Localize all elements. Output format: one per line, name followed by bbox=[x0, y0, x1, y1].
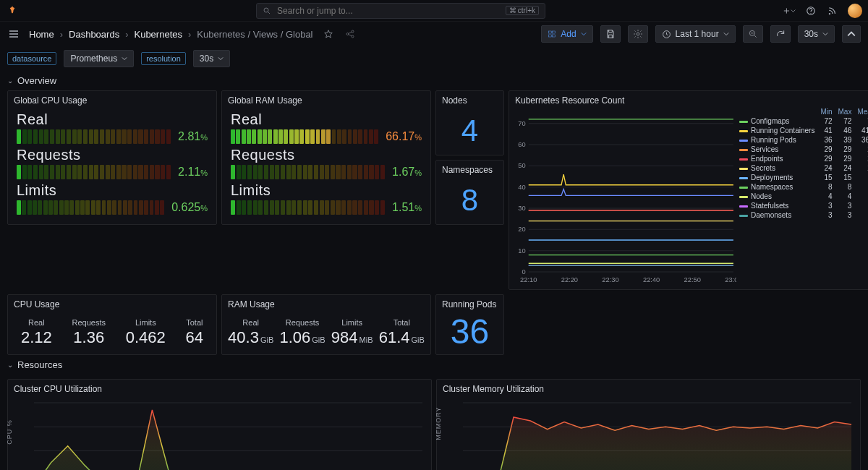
panel-running-pods: Running Pods 36 bbox=[435, 294, 504, 355]
gauge-value: 2.11% bbox=[178, 166, 208, 179]
panel-title: Cluster CPU Utilization bbox=[8, 380, 431, 396]
menu-toggle-icon[interactable] bbox=[7, 27, 20, 40]
stat-label: Requests bbox=[72, 318, 106, 327]
y-axis-label: MEMORY bbox=[435, 406, 442, 440]
stat-value: 64 bbox=[186, 328, 203, 347]
stat-label: Total bbox=[186, 318, 203, 327]
row-resources-toggle[interactable]: ⌄Resources bbox=[0, 355, 868, 375]
stat-label: Real bbox=[21, 318, 52, 327]
svg-line-16 bbox=[754, 35, 756, 38]
svg-line-1 bbox=[268, 12, 271, 14]
svg-text:23:00: 23:00 bbox=[725, 276, 736, 283]
panel-title: Nodes bbox=[436, 91, 503, 107]
panel-title: Kubernetes Resource Count bbox=[509, 91, 868, 107]
row-overview-toggle[interactable]: ⌄Overview bbox=[0, 71, 868, 90]
svg-rect-10 bbox=[549, 35, 552, 37]
stat-value: 40.3GiB bbox=[228, 328, 273, 347]
gauge-label: Limits bbox=[17, 182, 208, 199]
svg-point-12 bbox=[637, 33, 639, 35]
svg-text:30: 30 bbox=[518, 205, 525, 212]
gauge-bar bbox=[231, 165, 385, 179]
stat-value: 0.462 bbox=[126, 328, 166, 347]
svg-text:22:40: 22:40 bbox=[643, 276, 660, 283]
global-search-input[interactable] bbox=[276, 5, 506, 17]
svg-text:50: 50 bbox=[518, 162, 525, 169]
gauge-bar bbox=[17, 165, 171, 179]
svg-text:22:50: 22:50 bbox=[684, 276, 701, 283]
svg-rect-9 bbox=[553, 31, 556, 33]
add-panel-button[interactable]: Add bbox=[541, 25, 592, 43]
y-axis-label: CPU % bbox=[6, 419, 13, 445]
add-menu-icon[interactable] bbox=[783, 4, 796, 17]
gauge-label: Real bbox=[17, 111, 208, 128]
crumb-dashboards[interactable]: Dashboards bbox=[69, 29, 119, 40]
breadcrumb: Home› Dashboards› Kubernetes› Kubernetes… bbox=[29, 29, 313, 40]
global-search[interactable]: ⌘ ctrl+k bbox=[256, 3, 545, 19]
gauge-bar bbox=[231, 200, 385, 215]
panel-cluster-cpu: Cluster CPU Utilization CPU %2.00%4.00%6… bbox=[7, 379, 432, 470]
stat-value: 984MiB bbox=[331, 328, 373, 347]
crumb-folder[interactable]: Kubernetes bbox=[134, 29, 182, 40]
svg-point-0 bbox=[264, 8, 268, 12]
panel-title: Cluster Memory Utilization bbox=[437, 380, 860, 396]
gauge-value: 2.81% bbox=[178, 130, 208, 143]
time-range-button[interactable]: Last 1 hour bbox=[655, 25, 736, 43]
svg-text:20: 20 bbox=[518, 226, 525, 233]
svg-text:10: 10 bbox=[518, 247, 525, 255]
gauge-label: Real bbox=[231, 111, 422, 128]
svg-text:70: 70 bbox=[518, 120, 525, 127]
save-dashboard-button[interactable] bbox=[600, 25, 621, 43]
panel-cluster-mem: Cluster Memory Utilization MEMORY60%62%6… bbox=[436, 379, 861, 470]
gauge-bar bbox=[17, 200, 164, 215]
svg-point-3 bbox=[810, 12, 811, 13]
panel-title: CPU Usage bbox=[8, 295, 216, 311]
stat-value: 1.36 bbox=[72, 328, 106, 347]
refresh-button[interactable] bbox=[770, 25, 791, 43]
gauge-label: Requests bbox=[231, 147, 422, 163]
panel-title: RAM Usage bbox=[222, 295, 430, 311]
stat-label: Real bbox=[228, 318, 273, 327]
grafana-logo[interactable] bbox=[6, 4, 19, 17]
svg-point-6 bbox=[352, 30, 354, 33]
svg-point-7 bbox=[352, 35, 354, 38]
crumb-home[interactable]: Home bbox=[29, 29, 54, 40]
svg-text:60: 60 bbox=[518, 141, 525, 148]
help-icon[interactable] bbox=[804, 4, 817, 17]
stat-nodes-value: 4 bbox=[436, 107, 503, 155]
dashboard-settings-button[interactable] bbox=[628, 25, 648, 43]
crumb-current: Kubernetes / Views / Global bbox=[197, 29, 312, 40]
stat-value: 2.12 bbox=[21, 328, 52, 347]
panel-ram-usage: RAM Usage Real40.3GiB Requests1.06GiB Li… bbox=[221, 294, 431, 355]
var-datasource-select[interactable]: Prometheus bbox=[64, 50, 134, 67]
svg-point-5 bbox=[346, 33, 349, 35]
svg-text:22:20: 22:20 bbox=[561, 276, 578, 283]
stat-label: Limits bbox=[331, 318, 373, 327]
panel-title: Global RAM Usage bbox=[222, 91, 430, 107]
gauge-label: Requests bbox=[17, 147, 208, 163]
refresh-interval-button[interactable]: 30s bbox=[798, 25, 835, 43]
panel-global-cpu: Global CPU Usage Real 2.81% Requests 2.1… bbox=[7, 90, 217, 225]
panel-title: Namespaces bbox=[436, 161, 503, 176]
stat-label: Total bbox=[379, 318, 425, 327]
panel-nodes: Nodes 4 bbox=[435, 90, 504, 155]
stat-label: Requests bbox=[279, 318, 325, 327]
gauge-bar bbox=[231, 129, 378, 144]
panel-title: Running Pods bbox=[436, 295, 503, 311]
share-icon[interactable] bbox=[344, 27, 357, 40]
gauge-value: 1.67% bbox=[392, 166, 422, 179]
svg-text:0: 0 bbox=[522, 268, 525, 275]
panel-title: Global CPU Usage bbox=[8, 91, 216, 107]
zoom-out-button[interactable] bbox=[743, 25, 763, 43]
svg-point-4 bbox=[829, 12, 830, 14]
gauge-value: 66.17% bbox=[386, 130, 422, 143]
panel-resource-count: Kubernetes Resource Count 01020304050607… bbox=[509, 90, 868, 290]
user-avatar[interactable] bbox=[848, 4, 862, 18]
star-icon[interactable] bbox=[322, 27, 335, 40]
panel-cpu-usage: CPU Usage Real2.12 Requests1.36 Limits0.… bbox=[7, 294, 217, 355]
stat-pods-value: 36 bbox=[436, 311, 503, 351]
kiosk-toggle-button[interactable] bbox=[842, 25, 861, 43]
gauge-bar bbox=[17, 129, 171, 144]
var-resolution-label: resolution bbox=[141, 52, 186, 65]
news-icon[interactable] bbox=[826, 4, 839, 17]
var-resolution-select[interactable]: 30s bbox=[193, 50, 230, 67]
